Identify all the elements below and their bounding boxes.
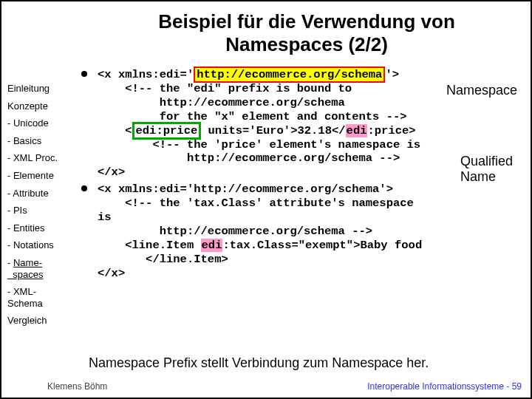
sidebar-item: - Unicode	[7, 117, 77, 129]
bullet-icon	[81, 71, 87, 77]
annotation-qualified: QualifiedName	[460, 154, 513, 185]
sidebar-item: Einleitung	[7, 83, 77, 95]
bullet-icon	[81, 185, 87, 191]
code-block-2: <x xmlns:edi='http://ecommerce.org/schem…	[98, 183, 523, 280]
edi-price-highlight: edi:price	[132, 122, 202, 140]
annotation-namespace: Namespace	[446, 83, 517, 98]
slide-title: Beispiel für die Verwendung von Namespac…	[90, 10, 523, 56]
title-line1: Beispiel für die Verwendung von	[158, 10, 455, 33]
slide: Beispiel für die Verwendung von Namespac…	[0, 0, 532, 399]
footer-author: Klemens Böhm	[47, 381, 107, 392]
edi-prefix-highlight: edi	[346, 124, 368, 137]
sidebar-item: - XML Proc.	[7, 152, 77, 164]
sidebar-item: - Notations	[7, 239, 77, 251]
sidebar-item: - Entities	[7, 222, 77, 234]
sidebar-item: - PIs	[7, 205, 77, 216]
sidebar-item: - XML- Schema	[7, 286, 77, 309]
bullet-2: <x xmlns:edi='http://ecommerce.org/schem…	[81, 183, 523, 280]
sidebar-item: - Basics	[7, 135, 77, 147]
sidebar-item: - Attribute	[7, 188, 77, 200]
edi-prefix-highlight: edi	[201, 239, 223, 252]
sidebar-item: - Name- spaces	[7, 257, 77, 280]
content-area: <x xmlns:edi='http://ecommerce.org/schem…	[81, 68, 523, 282]
sidebar-item: Konzepte	[7, 100, 77, 112]
footer-page: Interoperable Informationssysteme - 59	[367, 381, 522, 392]
sidebar-outline: Einleitung Konzepte - Unicode - Basics -…	[7, 83, 77, 332]
sidebar-item: Vergleich	[7, 315, 77, 327]
namespace-uri-highlight: http://ecommerce.org/schema	[194, 66, 385, 83]
title-line2: Namespaces (2/2)	[225, 33, 388, 55]
summary-note: Namespace Prefix stellt Verbindung zum N…	[89, 355, 523, 371]
sidebar-item: - Elemente	[7, 170, 77, 182]
bullet-1: <x xmlns:edi='http://ecommerce.org/schem…	[81, 68, 523, 180]
